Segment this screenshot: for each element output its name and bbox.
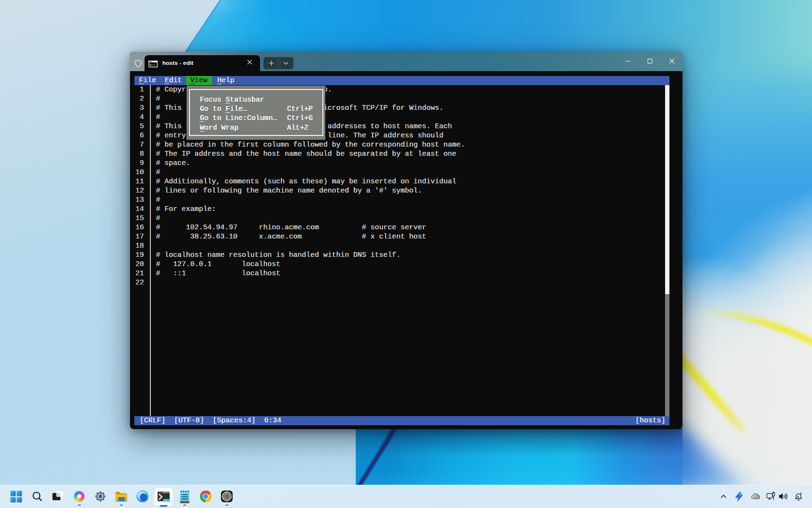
svg-text:C:\: C:\	[150, 63, 155, 67]
svg-text:z: z	[797, 494, 799, 499]
svg-text:z: z	[800, 492, 802, 495]
